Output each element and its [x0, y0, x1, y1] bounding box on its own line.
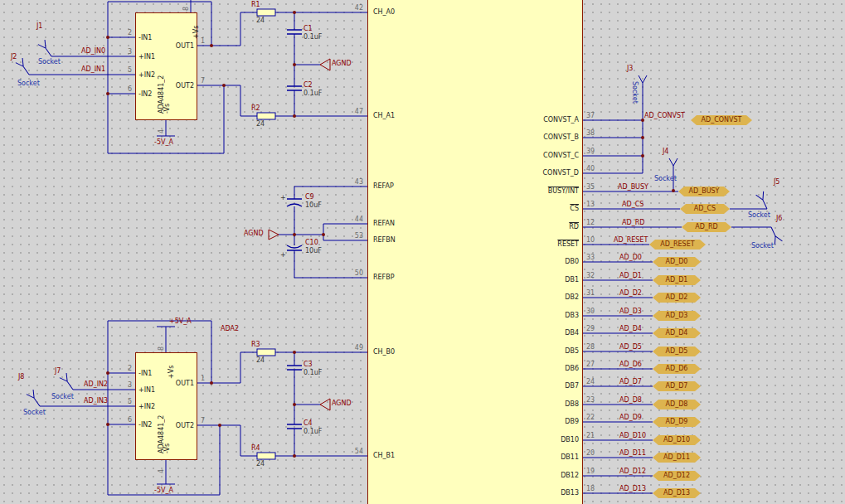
capacitor-ref[interactable]: C1 [304, 25, 313, 32]
net-label[interactable]: AD_D11 [619, 449, 646, 457]
socket-symbol-j8[interactable] [27, 390, 43, 409]
socket-symbol-j7[interactable] [60, 373, 76, 392]
socket-symbol-j4[interactable] [669, 158, 677, 176]
amp2-designator[interactable]: ADA2 [221, 325, 239, 332]
port[interactable]: AD_D9 [653, 417, 701, 427]
connector-type[interactable]: Socket [17, 80, 40, 87]
capacitor-ref[interactable]: C3 [304, 361, 313, 368]
net-label[interactable]: AD_D12 [619, 468, 646, 475]
net-label[interactable]: AD_D9 [619, 414, 642, 421]
capacitor-value[interactable]: 0.1uF [304, 428, 322, 435]
port[interactable]: AD_CONVST [691, 115, 752, 125]
net-label[interactable]: AD_IN2 [84, 380, 108, 388]
port[interactable]: AD_D5 [653, 346, 701, 356]
net-label[interactable]: AD_RESET [614, 236, 648, 244]
capacitor-value[interactable]: 10uF [305, 247, 322, 254]
net-label[interactable]: AD_D8 [619, 396, 642, 404]
port[interactable]: AD_D10 [653, 435, 701, 445]
resistor-ref[interactable]: R3 [251, 341, 260, 348]
connector-type[interactable]: Socket [654, 175, 677, 182]
port[interactable]: AD_BUSY [678, 187, 730, 196]
net-label[interactable]: AD_BUSY [618, 183, 648, 191]
port[interactable]: AD_D0 [653, 257, 701, 267]
resistor-ref[interactable]: R1 [251, 1, 260, 8]
capacitor-value[interactable]: 0.1uF [304, 90, 322, 97]
net-label[interactable]: AD_D1 [619, 272, 642, 279]
connector-ref[interactable]: J4 [663, 148, 668, 155]
resistor-value[interactable]: 24 [256, 120, 265, 128]
pos-supply-label[interactable]: +5V_A [169, 317, 192, 325]
net-label[interactable]: AD_IN3 [84, 397, 108, 405]
capacitor-value[interactable]: 0.1uF [304, 33, 322, 41]
junction-dots [106, 11, 675, 458]
pin-number: 3 [115, 381, 132, 389]
port[interactable]: AD_D2 [653, 293, 701, 303]
resistor-value[interactable]: 24 [256, 460, 265, 468]
net-label[interactable]: AD_D2 [619, 289, 642, 297]
capacitor-value[interactable]: 0.1uF [304, 369, 322, 376]
net-label[interactable]: AD_D5 [619, 343, 642, 351]
socket-symbol-j1[interactable] [38, 40, 55, 59]
port[interactable]: AD_D12 [653, 471, 701, 481]
connector-ref[interactable]: J6 [776, 215, 782, 222]
connector-ref[interactable]: J1 [36, 22, 42, 30]
port[interactable]: AD_D4 [653, 328, 701, 338]
connector-type[interactable]: Socket [23, 409, 46, 416]
connector-ref[interactable]: J5 [774, 178, 779, 186]
port[interactable]: AD_D8 [653, 400, 701, 410]
net-label[interactable]: AD_D13 [619, 485, 646, 492]
port-label: AD_D0 [653, 257, 701, 267]
socket-symbol-j2[interactable] [16, 58, 32, 77]
resistor-value[interactable]: 24 [256, 17, 265, 24]
connector-ref[interactable]: J8 [18, 373, 24, 380]
port[interactable]: AD_D6 [653, 364, 701, 374]
socket-symbol-j5[interactable] [756, 191, 771, 211]
pin-name: DB4 [496, 329, 579, 337]
port[interactable]: AD_D11 [653, 453, 701, 463]
agnd-label[interactable]: AGND [244, 230, 264, 237]
capacitor-value[interactable]: 10uF [305, 201, 322, 209]
net-label[interactable]: AD_CONVST [644, 112, 685, 119]
connector-type[interactable]: Socket [751, 242, 774, 250]
capacitor-ref[interactable]: C2 [304, 81, 313, 89]
connector-ref[interactable]: J3 [627, 65, 633, 72]
net-label[interactable]: AD_D6 [619, 361, 642, 368]
net-label[interactable]: AD_D4 [619, 325, 642, 332]
neg-supply-label[interactable]: -5V_A [154, 138, 173, 146]
net-label[interactable]: AD_D0 [619, 254, 642, 261]
port-label: AD_D4 [653, 328, 701, 338]
connector-type[interactable]: Socket [748, 211, 770, 219]
port[interactable]: AD_D3 [653, 311, 701, 321]
connector-ref[interactable]: J2 [11, 53, 17, 61]
net-label[interactable]: AD_RD [622, 219, 644, 226]
port[interactable]: AD_D7 [653, 381, 701, 391]
agnd-label[interactable]: AGND [332, 60, 352, 67]
resistor-ref[interactable]: R4 [251, 444, 260, 452]
net-label[interactable]: AD_CS [622, 201, 643, 208]
net-label[interactable]: AD_IN1 [81, 65, 105, 73]
connector-type[interactable]: Socket [38, 58, 61, 65]
pin-name: -Vs [163, 97, 171, 114]
schematic-canvas[interactable]: R1 24 R2 24 R3 24 R4 24 C1 0.1uF C2 0.1u… [0, 0, 845, 504]
agnd-label[interactable]: AGND [332, 400, 352, 407]
connector-type[interactable]: Socket [51, 393, 74, 400]
net-label[interactable]: AD_D3 [619, 308, 642, 315]
socket-symbol-j3[interactable] [639, 75, 647, 93]
capacitor-ref[interactable]: C4 [304, 419, 313, 427]
neg-supply-label[interactable]: -5V_A [154, 487, 173, 494]
port[interactable]: AD_RESET [649, 240, 706, 250]
port[interactable]: AD_CS [680, 204, 730, 214]
port[interactable]: AD_RD [682, 222, 731, 232]
capacitor-ref[interactable]: C9 [305, 193, 314, 201]
net-label[interactable]: AD_IN0 [81, 47, 105, 55]
capacitor-ref[interactable]: C10 [305, 239, 318, 246]
resistor-value[interactable]: 24 [256, 356, 265, 364]
net-label[interactable]: AD_D7 [619, 378, 642, 385]
resistor-ref[interactable]: R2 [251, 104, 260, 112]
port[interactable]: AD_D1 [653, 275, 701, 285]
connector-type[interactable]: Socket [631, 81, 639, 109]
pin-number: 4 [158, 124, 165, 133]
port[interactable]: AD_D13 [653, 488, 701, 498]
net-label[interactable]: AD_D10 [619, 432, 646, 439]
connector-ref[interactable]: J7 [55, 367, 61, 375]
